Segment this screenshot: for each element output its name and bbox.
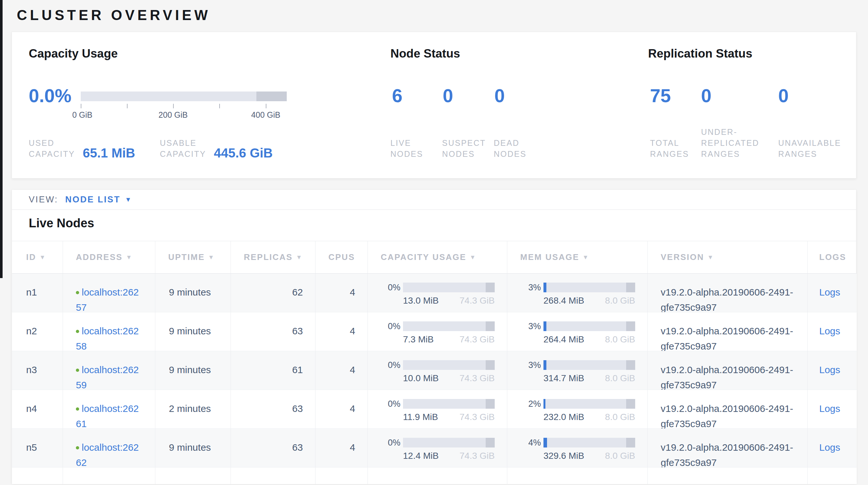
table-row: n1 localhost:26257 9 minutes 62 4 0% 13.…	[12, 274, 857, 312]
node-logs-cell: Logs	[808, 274, 857, 312]
header-id[interactable]: ID▼	[12, 241, 63, 274]
node-address-cell: localhost:26259	[63, 351, 155, 390]
node-address-link[interactable]: localhost:26259	[76, 364, 139, 390]
node-cpus-cell: 4	[315, 312, 368, 351]
node-uptime-cell: 9 minutes	[155, 351, 231, 390]
capacity-bar-reserved	[486, 399, 495, 409]
logs-link[interactable]: Logs	[819, 442, 840, 453]
capacity-percent: 0%	[388, 399, 400, 409]
node-mem-cell: 3% 268.4 MiB 8.0 GiB	[507, 274, 648, 312]
mem-bar-used	[544, 399, 546, 409]
node-version-text: v19.2.0-alpha.20190606-2491-gfe735c9a97	[661, 362, 796, 390]
node-live-dot-icon	[76, 446, 79, 450]
view-bar: VIEW: NODE LIST ▼	[12, 190, 856, 210]
mem-percent: 3%	[528, 321, 541, 331]
logs-link[interactable]: Logs	[819, 403, 840, 414]
mem-bar	[544, 438, 635, 448]
capacity-bar	[403, 321, 495, 331]
node-live-dot-icon	[76, 407, 79, 411]
sort-arrow-icon: ▼	[208, 254, 215, 261]
sort-arrow-icon: ▼	[708, 254, 714, 261]
table-header-row: ID▼ ADDRESS▼ UPTIME▼ REPLICAS▼ CPUS CAPA…	[12, 241, 857, 274]
node-capacity-cell: 0% 13.0 MiB 74.3 GiB	[368, 274, 507, 312]
usable-capacity-value: 445.6 GiB	[214, 146, 273, 160]
capacity-percent: 0%	[388, 321, 400, 331]
node-mem-cell: 3% 264.4 MiB 8.0 GiB	[507, 312, 648, 351]
node-cpus-cell: 4	[315, 274, 368, 312]
logs-link[interactable]: Logs	[819, 364, 840, 375]
node-id-cell: n3	[12, 351, 63, 390]
total-ranges-count: 75	[650, 86, 671, 105]
mem-bar-used	[544, 283, 547, 292]
header-uptime[interactable]: UPTIME▼	[155, 241, 231, 274]
node-address-link[interactable]: localhost:26257	[76, 287, 139, 312]
node-version-cell: v19.2.0-alpha.20190606-2491-gfe735c9a97	[648, 429, 808, 467]
live-nodes-label: LIVE NODES	[391, 137, 423, 160]
mem-total-value: 8.0 GiB	[605, 412, 635, 422]
mem-bar-used	[544, 321, 547, 331]
live-nodes-table-title: Live Nodes	[29, 216, 94, 230]
node-live-dot-icon	[76, 330, 79, 333]
node-address-link[interactable]: localhost:26258	[76, 325, 139, 351]
node-logs-cell: Logs	[808, 390, 857, 429]
node-mem-cell: 3% 314.7 MiB 8.0 GiB	[507, 351, 648, 390]
header-mem-usage[interactable]: MEM USAGE▼	[507, 241, 648, 274]
node-address-link[interactable]: localhost:26262	[76, 442, 139, 467]
logs-link[interactable]: Logs	[819, 325, 840, 336]
capacity-bar	[403, 283, 495, 292]
under-replicated-label: UNDER- REPLICATED RANGES	[701, 126, 759, 160]
axis-tick	[266, 104, 267, 108]
header-capacity-usage[interactable]: CAPACITY USAGE▼	[368, 241, 507, 274]
node-version-cell: v19.2.0-alpha.20190606-2491-gfe735c9a97	[648, 312, 808, 351]
axis-tick	[219, 104, 220, 108]
node-capacity-cell: 0% 11.9 MiB 74.3 GiB	[368, 390, 507, 429]
capacity-bar-reserved	[486, 360, 495, 370]
mem-total-value: 8.0 GiB	[605, 451, 635, 461]
node-replicas-cell: 63	[231, 429, 315, 467]
left-edge-strip	[0, 0, 3, 278]
mem-bar	[544, 360, 635, 370]
mem-bar	[544, 283, 635, 292]
mem-used-value: 232.0 MiB	[544, 412, 584, 422]
used-capacity-stat: USED CAPACITY 65.1 MiB	[29, 137, 135, 160]
capacity-total-value: 74.3 GiB	[460, 295, 495, 306]
mem-used-value: 329.6 MiB	[544, 451, 584, 461]
table-row: n5 localhost:26262 9 minutes 63 4 0% 12.…	[12, 429, 857, 467]
logs-link[interactable]: Logs	[819, 287, 840, 297]
node-status-title: Node Status	[391, 47, 460, 60]
capacity-bar-reserved	[486, 283, 495, 292]
mem-percent: 3%	[528, 283, 541, 292]
unavailable-ranges-label: UNAVAILABLE RANGES	[778, 137, 841, 160]
nodes-card: VIEW: NODE LIST ▼ Live Nodes ID▼ ADDRESS…	[11, 190, 857, 484]
capacity-bar	[403, 399, 495, 409]
mem-percent: 2%	[528, 399, 541, 409]
mem-used-value: 268.4 MiB	[544, 295, 584, 306]
header-replicas[interactable]: REPLICAS▼	[231, 241, 315, 274]
node-address-link[interactable]: localhost:26261	[76, 403, 139, 429]
node-replicas-cell: 61	[231, 351, 315, 390]
view-select-dropdown[interactable]: NODE LIST ▼	[65, 195, 132, 205]
sort-arrow-icon: ▼	[469, 254, 476, 261]
mem-bar	[544, 399, 635, 409]
mem-percent: 3%	[528, 360, 541, 370]
mem-bar	[544, 321, 635, 331]
axis-tick-label: 0 GiB	[72, 110, 93, 120]
mem-used-value: 264.4 MiB	[544, 334, 584, 345]
capacity-percent: 0%	[388, 438, 400, 448]
view-selected-value[interactable]: NODE LIST	[65, 195, 120, 205]
header-address[interactable]: ADDRESS▼	[63, 241, 155, 274]
mem-bar-reserved	[626, 321, 635, 331]
node-uptime-cell: 9 minutes	[155, 274, 231, 312]
mem-bar-used	[544, 438, 547, 448]
header-cpus: CPUS	[315, 241, 368, 274]
dead-nodes-label: DEAD NODES	[494, 137, 526, 160]
capacity-usage-title: Capacity Usage	[29, 47, 118, 60]
node-live-dot-icon	[76, 291, 79, 294]
mem-bar-reserved	[626, 438, 635, 448]
used-capacity-value: 65.1 MiB	[83, 146, 135, 160]
node-replicas-cell: 63	[231, 312, 315, 351]
capacity-total-value: 74.3 GiB	[460, 451, 495, 461]
node-capacity-cell: 0% 7.3 MiB 74.3 GiB	[368, 312, 507, 351]
header-version[interactable]: VERSION▼	[648, 241, 808, 274]
chevron-down-icon: ▼	[125, 196, 132, 203]
